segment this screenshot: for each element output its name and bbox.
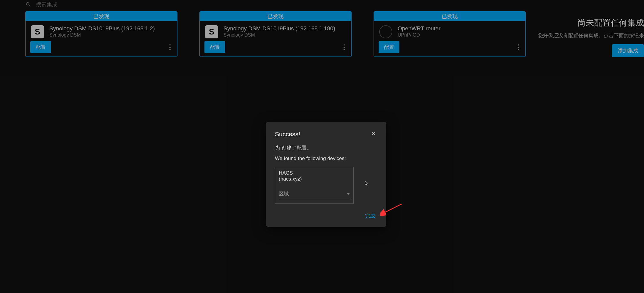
modal-config-created-text: 为 创建了配置。: [275, 145, 377, 151]
device-name: HACS: [279, 170, 350, 176]
area-select[interactable]: 区域: [279, 190, 350, 199]
modal-title: Success!: [275, 131, 300, 138]
modal-footer: 完成: [275, 211, 377, 221]
chevron-down-icon: [347, 193, 350, 195]
done-button[interactable]: 完成: [363, 211, 377, 221]
close-icon: [371, 131, 376, 136]
area-label: 区域: [279, 190, 289, 197]
close-button[interactable]: [370, 130, 377, 139]
device-box: HACS (hacs.xyz) 区域: [275, 167, 354, 204]
modal-devices-found-text: We found the following devices:: [275, 156, 377, 162]
modal-header: Success!: [275, 130, 377, 139]
device-domain: (hacs.xyz): [279, 176, 350, 182]
success-modal: Success! 为 创建了配置。 We found the following…: [266, 122, 386, 227]
